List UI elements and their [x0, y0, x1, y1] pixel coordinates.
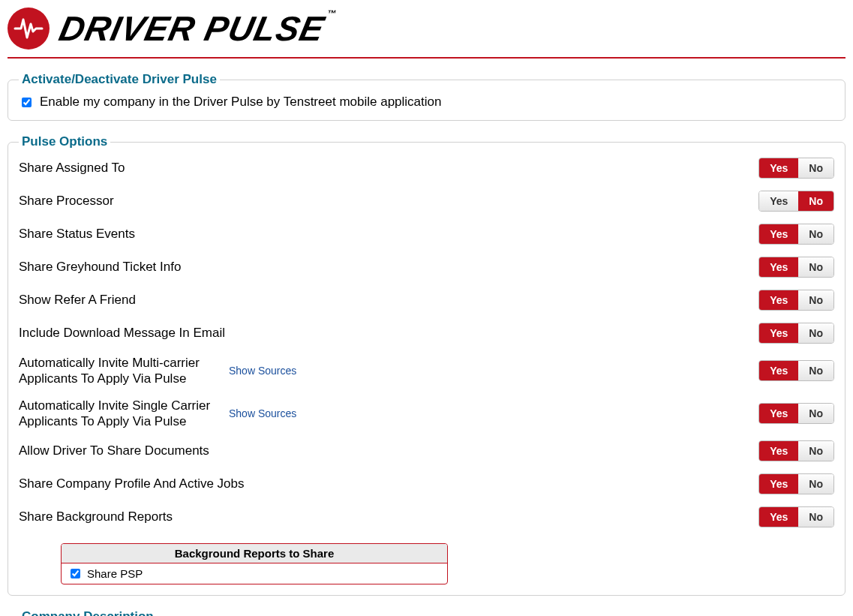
toggle-yes-button[interactable]: Yes	[759, 507, 798, 527]
show-sources-link[interactable]: Show Sources	[229, 407, 379, 419]
enable-company-row[interactable]: Enable my company in the Driver Pulse by…	[19, 95, 834, 110]
share-psp-checkbox[interactable]	[71, 569, 80, 578]
option-row: Share Greyhound Ticket InfoYesNo	[19, 256, 834, 278]
toggle-yes-button[interactable]: Yes	[759, 323, 798, 343]
logo-text: DRIVER PULSE™	[56, 8, 338, 49]
toggle-no-button[interactable]: No	[798, 474, 833, 494]
toggle-yes-button[interactable]: Yes	[759, 404, 798, 423]
yes-no-toggle: YesNo	[758, 257, 834, 278]
yes-no-toggle: YesNo	[758, 224, 834, 245]
option-row: Share Company Profile And Active JobsYes…	[19, 473, 834, 495]
toggle-no-button[interactable]: No	[798, 404, 833, 423]
toggle-no-button[interactable]: No	[798, 441, 833, 461]
option-label: Share Greyhound Ticket Info	[19, 259, 499, 275]
yes-no-toggle: YesNo	[758, 323, 834, 344]
background-report-item[interactable]: Share PSP	[62, 563, 447, 584]
option-label: Share Assigned To	[19, 160, 499, 176]
toggle-no-button[interactable]: No	[798, 361, 833, 380]
yes-no-toggle: YesNo	[758, 440, 834, 461]
yes-no-toggle: YesNo	[758, 473, 834, 494]
background-report-label: Share PSP	[87, 567, 143, 580]
pulse-options-section: Pulse Options Share Assigned ToYesNoShar…	[8, 134, 845, 596]
option-label: Share Processor	[19, 193, 499, 209]
toggle-no-button[interactable]: No	[798, 290, 833, 310]
background-reports-box: Background Reports to ShareShare PSP	[61, 543, 448, 584]
toggle-no-button[interactable]: No	[798, 191, 833, 211]
background-reports-header: Background Reports to Share	[62, 544, 447, 563]
toggle-yes-button[interactable]: Yes	[759, 191, 798, 211]
company-description-section: Company Description We have a company de…	[8, 609, 845, 616]
option-row: Share ProcessorYesNo	[19, 190, 834, 212]
toggle-yes-button[interactable]: Yes	[759, 441, 798, 461]
option-label: Include Download Message In Email	[19, 325, 499, 341]
option-label: Automatically Invite Single Carrier Appl…	[19, 398, 229, 430]
yes-no-toggle: YesNo	[758, 290, 834, 311]
enable-company-checkbox[interactable]	[22, 98, 32, 107]
option-label: Share Company Profile And Active Jobs	[19, 476, 499, 491]
activate-section: Activate/Deactivate Driver Pulse Enable …	[8, 72, 845, 121]
yes-no-toggle: YesNo	[758, 158, 834, 179]
toggle-yes-button[interactable]: Yes	[759, 361, 798, 380]
activate-legend: Activate/Deactivate Driver Pulse	[19, 72, 220, 87]
toggle-no-button[interactable]: No	[798, 257, 833, 277]
yes-no-toggle: YesNo	[758, 191, 834, 212]
option-row: Include Download Message In EmailYesNo	[19, 322, 834, 344]
pulse-options-legend: Pulse Options	[19, 134, 110, 149]
toggle-yes-button[interactable]: Yes	[759, 158, 798, 178]
toggle-yes-button[interactable]: Yes	[759, 224, 798, 244]
option-label: Share Background Reports	[19, 509, 499, 524]
option-row: Share Assigned ToYesNo	[19, 157, 834, 179]
option-label: Show Refer A Friend	[19, 292, 499, 308]
toggle-yes-button[interactable]: Yes	[759, 290, 798, 310]
enable-company-label: Enable my company in the Driver Pulse by…	[40, 95, 441, 110]
toggle-no-button[interactable]: No	[798, 158, 833, 178]
yes-no-toggle: YesNo	[758, 403, 834, 424]
yes-no-toggle: YesNo	[758, 506, 834, 527]
logo-header: DRIVER PULSE™	[8, 8, 845, 59]
toggle-yes-button[interactable]: Yes	[759, 257, 798, 277]
option-label: Allow Driver To Share Documents	[19, 443, 499, 458]
option-row: Share Background ReportsYesNo	[19, 506, 834, 528]
toggle-no-button[interactable]: No	[798, 224, 833, 244]
toggle-yes-button[interactable]: Yes	[759, 474, 798, 494]
yes-no-toggle: YesNo	[758, 360, 834, 381]
toggle-no-button[interactable]: No	[798, 323, 833, 343]
option-row: Automatically Invite Single Carrier Appl…	[19, 398, 834, 430]
logo-icon	[8, 8, 50, 50]
option-row: Allow Driver To Share DocumentsYesNo	[19, 440, 834, 462]
option-label: Share Status Events	[19, 226, 499, 242]
option-row: Show Refer A FriendYesNo	[19, 289, 834, 311]
company-description-legend: Company Description	[19, 609, 157, 616]
option-row: Automatically Invite Multi-carrier Appli…	[19, 355, 834, 387]
option-label: Automatically Invite Multi-carrier Appli…	[19, 355, 229, 387]
option-row: Share Status EventsYesNo	[19, 223, 834, 245]
show-sources-link[interactable]: Show Sources	[229, 365, 379, 377]
toggle-no-button[interactable]: No	[798, 507, 833, 527]
